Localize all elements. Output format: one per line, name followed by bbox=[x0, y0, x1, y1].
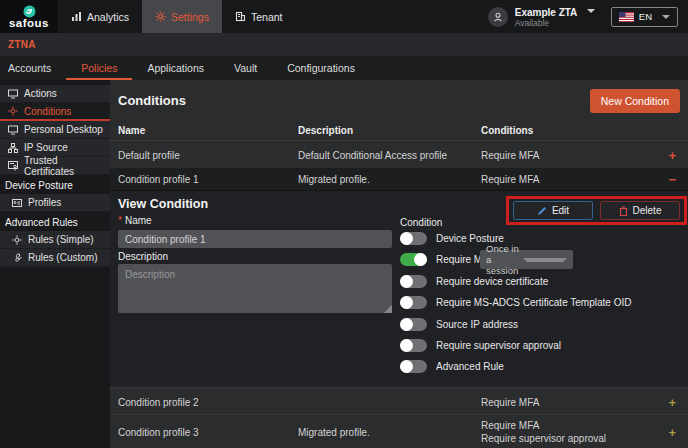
row-conditions: Require MFA bbox=[481, 174, 539, 185]
row-conditions: Require MFA bbox=[481, 396, 539, 407]
tab-policies[interactable]: Policies bbox=[66, 56, 132, 80]
toggle-label: Require MS-ADCS Certificate Template OID bbox=[436, 297, 631, 308]
column-header-name: Name bbox=[118, 125, 145, 136]
toggle-device-posture[interactable] bbox=[400, 232, 427, 245]
bar-chart-icon bbox=[71, 11, 82, 22]
table-row[interactable]: Condition profile 1 Migrated profile. Re… bbox=[110, 168, 688, 190]
sidebar-item-rules-custom[interactable]: Rules (Custom) bbox=[0, 249, 110, 267]
toggle-source-ip[interactable] bbox=[400, 318, 427, 331]
expand-icon[interactable]: + bbox=[668, 394, 676, 409]
row-name: Condition profile 2 bbox=[118, 396, 199, 407]
toggle-require-mfa[interactable] bbox=[400, 253, 427, 266]
column-header-conditions: Conditions bbox=[481, 125, 533, 136]
toggle-label: Source IP address bbox=[436, 319, 518, 330]
name-field-label: *Name bbox=[118, 215, 152, 226]
tab-vault[interactable]: Vault bbox=[219, 56, 272, 80]
pencil-icon bbox=[537, 206, 547, 216]
sidebar-item-label: IP Source bbox=[24, 142, 68, 153]
user-name: Example ZTA bbox=[515, 7, 578, 18]
user-menu[interactable]: Example ZTA Available bbox=[515, 5, 595, 29]
new-condition-button[interactable]: New Condition bbox=[590, 89, 680, 113]
tab-configurations[interactable]: Configurations bbox=[272, 56, 370, 80]
toggle-advanced-rule[interactable] bbox=[400, 360, 427, 373]
row-description: Default Conditional Access profile bbox=[298, 149, 447, 160]
topbar-right: Example ZTA Available EN bbox=[488, 0, 688, 33]
chevron-down-icon bbox=[523, 258, 568, 262]
row-conditions: Require MFA Require supervisor approval bbox=[481, 419, 606, 445]
sidebar-section-advanced-rules: Advanced Rules bbox=[0, 214, 110, 231]
language-selector[interactable]: EN bbox=[611, 7, 678, 27]
sidebar-item-label: Actions bbox=[24, 88, 57, 99]
tab-settings[interactable]: Settings bbox=[142, 0, 222, 33]
sidebar-item-rules-simple[interactable]: Rules (Simple) bbox=[0, 231, 110, 249]
description-field-label: Description bbox=[118, 251, 168, 262]
us-flag-icon bbox=[619, 12, 634, 22]
sidebar-item-conditions[interactable]: Conditions bbox=[0, 103, 110, 121]
mfa-frequency-value: Once in a session bbox=[486, 243, 523, 276]
toggle-row-advanced-rule: Advanced Rule bbox=[400, 359, 504, 373]
gear-icon bbox=[12, 235, 22, 245]
table-row[interactable]: Condition profile 3 Migrated profile. Re… bbox=[110, 414, 688, 448]
sidebar-item-label: Rules (Custom) bbox=[28, 252, 97, 263]
mfa-frequency-select[interactable]: Once in a session bbox=[480, 250, 573, 269]
name-input[interactable] bbox=[118, 230, 392, 248]
sidebar-item-trusted-certificates[interactable]: Trusted Certificates bbox=[0, 157, 110, 175]
body: Actions Conditions Personal Desktop IP S… bbox=[0, 80, 688, 448]
table-header: Name Description Conditions bbox=[110, 122, 688, 141]
sidebar-item-personal-desktop[interactable]: Personal Desktop bbox=[0, 121, 110, 139]
chevron-down-icon bbox=[662, 15, 670, 19]
toggle-label: Device Posture bbox=[436, 233, 504, 244]
sidebar-item-label: Personal Desktop bbox=[24, 124, 103, 135]
tab-tenant-label: Tenant bbox=[251, 11, 283, 23]
wrench-icon bbox=[12, 253, 22, 263]
tab-applications[interactable]: Applications bbox=[132, 56, 219, 80]
id-card-icon bbox=[12, 198, 22, 208]
table-row[interactable]: Condition profile 2 Require MFA + bbox=[110, 388, 688, 414]
tab-tenant[interactable]: Tenant bbox=[222, 0, 296, 33]
tab-analytics-label: Analytics bbox=[87, 11, 129, 23]
trash-icon bbox=[619, 206, 628, 216]
toggle-device-certificate[interactable] bbox=[400, 275, 427, 288]
network-icon bbox=[8, 143, 18, 153]
language-code: EN bbox=[639, 11, 652, 22]
name-label-text: Name bbox=[125, 215, 152, 226]
sidebar-item-label: Conditions bbox=[24, 106, 71, 117]
table-row[interactable]: Default profile Default Conditional Acce… bbox=[110, 141, 688, 168]
expand-icon[interactable]: + bbox=[668, 147, 676, 162]
toggle-ms-adcs[interactable] bbox=[400, 296, 427, 309]
condition-group-label: Condition bbox=[400, 217, 442, 228]
chevron-down-icon bbox=[587, 9, 595, 13]
sidebar-section-device-posture: Device Posture bbox=[0, 177, 110, 194]
app-window: safous Analytics Settings Tenant bbox=[0, 0, 688, 448]
certificate-icon bbox=[8, 161, 18, 171]
tab-analytics[interactable]: Analytics bbox=[58, 0, 142, 33]
avatar[interactable] bbox=[488, 7, 508, 27]
sidebar-item-actions[interactable]: Actions bbox=[0, 85, 110, 103]
tenant-icon bbox=[235, 11, 246, 22]
user-status: Available bbox=[515, 18, 595, 29]
tab-settings-label: Settings bbox=[171, 11, 209, 23]
column-header-description: Description bbox=[298, 125, 353, 136]
logo-wordmark: safous bbox=[9, 18, 49, 28]
collapse-icon[interactable]: − bbox=[668, 172, 676, 187]
edit-button-label: Edit bbox=[552, 205, 569, 216]
delete-button[interactable]: Delete bbox=[600, 201, 680, 220]
delete-button-label: Delete bbox=[633, 205, 662, 216]
edit-button[interactable]: Edit bbox=[513, 201, 593, 220]
toggle-row-device-certificate: Require device certificate bbox=[400, 274, 548, 288]
tab-accounts[interactable]: Accounts bbox=[8, 56, 66, 80]
sidebar-item-label: Rules (Simple) bbox=[28, 234, 94, 245]
resize-handle-icon[interactable] bbox=[384, 305, 392, 313]
sidebar-item-profiles[interactable]: Profiles bbox=[0, 194, 110, 212]
toggle-supervisor-approval[interactable] bbox=[400, 339, 427, 352]
row-conditions: Require MFA bbox=[481, 149, 539, 160]
page-title: Conditions bbox=[118, 93, 186, 108]
row-description: Migrated profile. bbox=[298, 174, 370, 185]
row-name: Condition profile 1 bbox=[118, 174, 199, 185]
description-textarea[interactable] bbox=[118, 264, 392, 313]
expand-icon[interactable]: + bbox=[668, 424, 676, 439]
row-name: Condition profile 3 bbox=[118, 426, 199, 437]
safous-logo[interactable]: safous bbox=[0, 0, 58, 33]
toggle-label: Require device certificate bbox=[436, 276, 548, 287]
toggle-label: Require supervisor approval bbox=[436, 340, 561, 351]
